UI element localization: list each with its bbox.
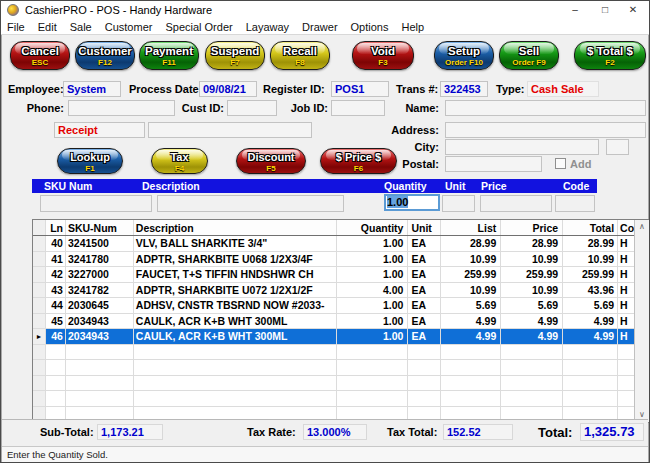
cell-quantity [337, 360, 409, 375]
menu-file[interactable]: File [7, 21, 25, 33]
cell-total [563, 391, 618, 406]
total-button[interactable]: $ Total $F2 [574, 41, 646, 70]
entry-code-input[interactable] [555, 195, 595, 212]
cell-list [441, 345, 501, 360]
table-row[interactable]: 42 3227000 FAUCET, T+S TIFFIN HNDSHWR CH… [33, 267, 634, 283]
row-selector[interactable] [33, 252, 46, 267]
job-id-field[interactable] [331, 100, 385, 116]
cancel-button[interactable]: CancelESC [10, 41, 70, 70]
row-selector[interactable] [33, 283, 46, 298]
cust-id-field[interactable] [227, 100, 277, 116]
row-selector[interactable] [33, 345, 46, 360]
recall-button[interactable]: RecallF8 [270, 41, 330, 70]
table-row[interactable]: ► 46 2034943 CAULK, ACR K+B WHT 300ML 1.… [33, 329, 634, 345]
cell-ln: 44 [46, 298, 66, 313]
setup-order-button[interactable]: SetupOrder F10 [434, 41, 494, 70]
scroll-up-icon[interactable]: ∧ [635, 220, 649, 234]
menu-special-order[interactable]: Special Order [165, 21, 232, 33]
table-row[interactable]: 44 2030645 ADHSV, CNSTR TBSRND NOW #2033… [33, 298, 634, 314]
entry-quantity-input[interactable]: 1.00 [384, 194, 440, 211]
table-row[interactable]: 45 2034943 CAULK, ACR K+B WHT 300ML 1.00… [33, 314, 634, 330]
cell-quantity: 1.00 [337, 298, 409, 313]
entry-price-label: Price [481, 179, 507, 193]
add-checkbox[interactable] [555, 158, 566, 169]
vertical-scrollbar[interactable]: ∧ ∨ [634, 220, 649, 422]
customer-button[interactable]: CustomerF12 [75, 41, 135, 70]
city-field[interactable] [445, 139, 599, 155]
cell-ln: 46 [46, 329, 66, 344]
cell-description: CAULK, ACR K+B WHT 300ML [134, 314, 337, 329]
cell-ln: 45 [46, 314, 66, 329]
status-bar: Enter the Quantity Sold. [2, 446, 648, 462]
suspend-button[interactable]: SuspendF7 [205, 41, 265, 70]
cell-price: 10.99 [501, 283, 563, 298]
table-row[interactable]: 40 3241500 VLV, BALL SHARKITE 3/4" 1.00 … [33, 236, 634, 252]
receipt-detail-field[interactable] [148, 122, 312, 138]
entry-unit-input[interactable] [442, 195, 475, 212]
tax-button[interactable]: TaxF4 [151, 148, 208, 174]
app-icon[interactable] [7, 4, 19, 16]
lookup-button[interactable]: LookupF1 [57, 148, 123, 174]
table-row[interactable]: 43 3241782 ADPTR, SHARKBITE U072 1/2X1/2… [33, 283, 634, 299]
receipt-field[interactable]: Receipt [54, 122, 145, 138]
city-extra-field[interactable] [606, 139, 629, 155]
payment-button[interactable]: PaymentF11 [139, 41, 199, 70]
row-selector[interactable] [33, 391, 46, 406]
menu-layaway[interactable]: Layaway [246, 21, 289, 33]
close-icon[interactable]: ✕ [619, 1, 647, 19]
menu-edit[interactable]: Edit [38, 21, 57, 33]
cell-list [441, 360, 501, 375]
table-row[interactable] [33, 376, 634, 392]
register-id-field[interactable]: POS1 [331, 81, 389, 97]
menu-help[interactable]: Help [401, 21, 424, 33]
add-checkbox-label: Add [570, 158, 591, 170]
row-selector[interactable] [33, 376, 46, 391]
process-date-field[interactable]: 09/08/21 [199, 81, 257, 97]
cell-code [618, 345, 634, 360]
cell-code: H [618, 298, 634, 313]
entry-price-input[interactable] [480, 195, 552, 212]
employee-field[interactable]: System [63, 81, 121, 97]
cell-unit [408, 376, 441, 391]
sell-order-button[interactable]: SellOrder F9 [499, 41, 559, 70]
row-selector[interactable] [33, 236, 46, 251]
cell-ln [46, 345, 66, 360]
cell-sku: 3241780 [66, 252, 134, 267]
menu-sale[interactable]: Sale [70, 21, 92, 33]
trans-number-field[interactable]: 322453 [440, 81, 488, 97]
table-row[interactable] [33, 345, 634, 361]
address-field[interactable] [445, 122, 646, 138]
maximize-icon[interactable]: □ [591, 1, 619, 19]
postal-field[interactable] [445, 156, 542, 172]
entry-sku-input[interactable] [40, 195, 152, 212]
table-row[interactable] [33, 391, 634, 407]
price-button[interactable]: $ Price $F6 [320, 148, 397, 174]
menu-customer[interactable]: Customer [105, 21, 153, 33]
register-id-label: Register ID: [263, 83, 325, 95]
cell-ln: 40 [46, 236, 66, 251]
cell-description: ADHSV, CNSTR TBSRND NOW #2033- [134, 298, 337, 313]
cell-sku [66, 345, 134, 360]
phone-field[interactable] [68, 100, 175, 116]
cell-total [563, 360, 618, 375]
row-selector[interactable] [33, 298, 46, 313]
table-row[interactable] [33, 360, 634, 376]
cell-sku: 3241782 [66, 283, 134, 298]
app-window: CashierPRO - POS - Handy Hardware – □ ✕ … [0, 0, 650, 463]
discount-button[interactable]: DiscountF5 [236, 148, 306, 174]
col-header-sku: SKU-Num [66, 220, 134, 235]
cell-quantity [337, 345, 409, 360]
entry-description-input[interactable] [157, 195, 344, 212]
menu-options[interactable]: Options [351, 21, 389, 33]
name-field[interactable] [445, 100, 646, 116]
cell-price [501, 360, 563, 375]
void-button[interactable]: VoidF3 [352, 41, 414, 70]
minimize-icon[interactable]: – [561, 1, 589, 19]
row-selector[interactable] [33, 314, 46, 329]
row-selector[interactable]: ► [33, 329, 46, 344]
table-row[interactable]: 41 3241780 ADPTR, SHARKBITE U068 1/2X3/4… [33, 252, 634, 268]
menu-drawer[interactable]: Drawer [302, 21, 337, 33]
row-selector[interactable] [33, 267, 46, 282]
cell-sku [66, 360, 134, 375]
row-selector[interactable] [33, 360, 46, 375]
